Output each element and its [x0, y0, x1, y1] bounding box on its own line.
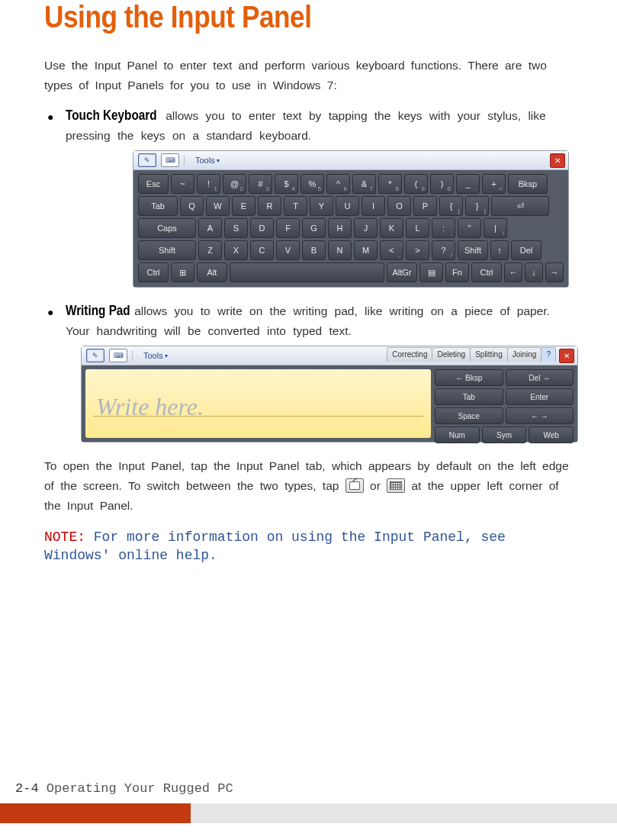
- key[interactable]: U: [336, 196, 359, 216]
- key[interactable]: Shift: [138, 240, 196, 260]
- key[interactable]: <: [380, 240, 403, 260]
- key[interactable]: I: [362, 196, 385, 216]
- key[interactable]: AltGr: [387, 262, 417, 282]
- key[interactable]: (: [404, 174, 428, 194]
- key[interactable]: Shift: [458, 240, 488, 260]
- key[interactable]: ): [430, 174, 454, 194]
- feature-name: Touch Keyboard: [66, 108, 157, 124]
- key[interactable]: Q: [180, 196, 204, 216]
- help-button[interactable]: ?: [541, 347, 556, 362]
- pad-help-tab[interactable]: Correcting: [387, 347, 432, 362]
- keyboard-mode-icon[interactable]: ⌨: [109, 349, 127, 362]
- key[interactable]: ↑: [490, 240, 509, 260]
- key[interactable]: R: [258, 196, 281, 216]
- feature-touch-keyboard: ● Touch Keyboard allows you to enter tex…: [44, 106, 573, 288]
- key[interactable]: ▤: [419, 262, 443, 282]
- key[interactable]: {: [439, 196, 463, 216]
- pad-help-tab[interactable]: Splitting: [470, 347, 508, 362]
- key[interactable]: E: [232, 196, 255, 216]
- pad-side-keys: ← BkspDel →TabEnterSpace← →NumSymWeb: [435, 365, 577, 442]
- key[interactable]: ↓: [525, 262, 543, 282]
- key[interactable]: ~: [171, 174, 194, 194]
- key[interactable]: #: [249, 174, 272, 194]
- key[interactable]: ?: [432, 240, 455, 260]
- tools-menu[interactable]: Tools ▾: [143, 351, 168, 360]
- writing-mode-icon[interactable]: ✎: [86, 349, 104, 362]
- key[interactable]: A: [198, 218, 222, 238]
- writing-placeholder: Write here.: [96, 393, 204, 421]
- key[interactable]: Z: [198, 240, 222, 260]
- key[interactable]: ⏎: [491, 196, 549, 216]
- pad-key[interactable]: Sym: [482, 426, 527, 443]
- feature-writing-pad: ● Writing Pad allows you to write on the…: [44, 301, 573, 443]
- pad-help-tab[interactable]: Joining: [507, 347, 542, 362]
- key[interactable]: Esc: [138, 174, 169, 194]
- key[interactable]: J: [354, 218, 378, 238]
- key[interactable]: B: [302, 240, 326, 260]
- key[interactable]: ←: [504, 262, 522, 282]
- pad-key[interactable]: Space: [435, 407, 503, 424]
- key[interactable]: Ctrl: [471, 262, 502, 282]
- key[interactable]: _: [456, 174, 480, 194]
- key[interactable]: *: [378, 174, 402, 194]
- key[interactable]: Del: [511, 240, 541, 260]
- key[interactable]: K: [380, 218, 403, 238]
- key[interactable]: →: [545, 262, 564, 282]
- close-button[interactable]: ✕: [550, 153, 565, 168]
- key[interactable]: >: [406, 240, 429, 260]
- key[interactable]: Tab: [138, 196, 178, 216]
- close-button[interactable]: ✕: [559, 349, 574, 363]
- key[interactable]: S: [224, 218, 248, 238]
- key[interactable]: ⊞: [171, 262, 194, 282]
- key[interactable]: @: [223, 174, 246, 194]
- key[interactable]: X: [224, 240, 248, 260]
- key[interactable]: M: [354, 240, 378, 260]
- key[interactable]: T: [284, 196, 307, 216]
- writing-mode-icon[interactable]: ✎: [138, 153, 156, 167]
- pad-key[interactable]: Tab: [435, 388, 503, 405]
- key[interactable]: V: [276, 240, 300, 260]
- pad-key[interactable]: Enter: [506, 388, 574, 405]
- key[interactable]: L: [406, 218, 429, 238]
- key[interactable]: |: [484, 218, 507, 238]
- key[interactable]: G: [302, 218, 326, 238]
- key[interactable]: +: [482, 174, 506, 194]
- key[interactable]: D: [250, 218, 274, 238]
- key[interactable]: ": [458, 218, 481, 238]
- pad-help-tab[interactable]: Deleting: [432, 347, 471, 362]
- key[interactable]: P: [413, 196, 437, 216]
- key[interactable]: W: [206, 196, 230, 216]
- tools-menu[interactable]: Tools ▾: [195, 156, 220, 165]
- key[interactable]: [230, 262, 384, 282]
- tools-label: Tools: [195, 156, 215, 165]
- bullet-icon: ●: [47, 111, 53, 123]
- key[interactable]: :: [432, 218, 455, 238]
- key[interactable]: }: [465, 196, 489, 216]
- pad-key[interactable]: ← Bksp: [435, 369, 503, 386]
- key[interactable]: O: [387, 196, 411, 216]
- pad-key[interactable]: Num: [435, 426, 480, 443]
- key[interactable]: N: [328, 240, 352, 260]
- chevron-down-icon: ▾: [165, 352, 168, 359]
- key[interactable]: F: [276, 218, 300, 238]
- key[interactable]: Ctrl: [138, 262, 169, 282]
- key[interactable]: Caps: [138, 218, 196, 238]
- keyboard-icon: [387, 478, 405, 493]
- keyboard-mode-icon[interactable]: ⌨: [161, 153, 179, 167]
- key[interactable]: $: [275, 174, 298, 194]
- key[interactable]: !: [197, 174, 220, 194]
- pad-key[interactable]: Web: [529, 426, 574, 443]
- feature-name: Writing Pad: [66, 303, 130, 319]
- key[interactable]: &: [352, 174, 376, 194]
- writing-area[interactable]: Write here.: [85, 369, 431, 438]
- key[interactable]: %: [300, 174, 324, 194]
- key[interactable]: H: [328, 218, 352, 238]
- key[interactable]: ^: [326, 174, 350, 194]
- key[interactable]: Bksp: [508, 174, 548, 194]
- pad-key[interactable]: ← →: [506, 407, 574, 424]
- key[interactable]: Alt: [197, 262, 227, 282]
- key[interactable]: C: [250, 240, 274, 260]
- key[interactable]: Fn: [445, 262, 469, 282]
- pad-key[interactable]: Del →: [506, 369, 574, 386]
- key[interactable]: Y: [310, 196, 333, 216]
